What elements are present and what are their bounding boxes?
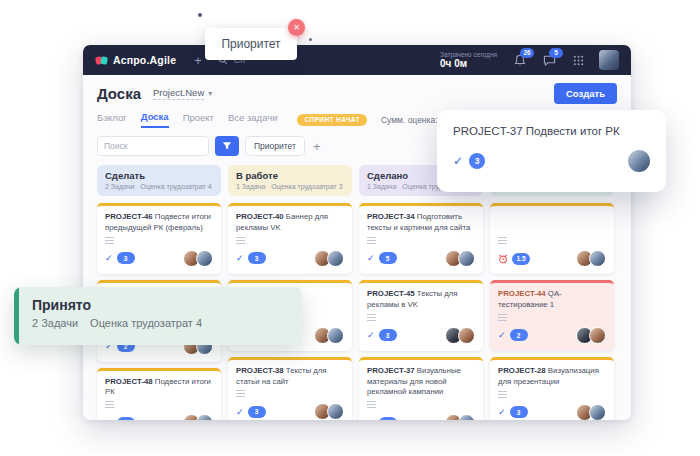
- assignee-avatars: [318, 327, 344, 344]
- filter-button[interactable]: [215, 136, 239, 156]
- description-icon: [236, 390, 245, 397]
- tab-project[interactable]: Проект: [183, 112, 214, 127]
- card-list: PROJECT-34 Подготовить тексты и картинки…: [359, 203, 483, 420]
- task-card[interactable]: PROJECT-45 Тексты для рекламы в VK✓3: [359, 280, 483, 351]
- check-icon: ✓: [498, 407, 506, 417]
- funnel-icon: [222, 139, 232, 154]
- task-card-title: PROJECT-46 Подвести итоги предыдущей РК …: [105, 212, 213, 234]
- task-card[interactable]: PROJECT-38 Тексты для статьи на сайт✓3: [228, 357, 352, 420]
- close-icon[interactable]: ✕: [288, 19, 305, 36]
- task-card-footer: 1.5: [498, 250, 606, 267]
- description-icon: [236, 237, 245, 244]
- accepted-subtitle: 2 Задачи Оценка трудозатрат 4: [32, 317, 302, 329]
- task-card[interactable]: 1.5: [490, 203, 614, 274]
- task-card[interactable]: PROJECT-34 Подготовить тексты и картинки…: [359, 203, 483, 274]
- kanban-column: Принято2 ЗадачиОценка трудозатрат 41.5PR…: [490, 165, 614, 420]
- notifications-button[interactable]: 26: [512, 52, 528, 68]
- avatar[interactable]: [589, 327, 606, 344]
- assignee-avatars: [449, 327, 475, 344]
- app-logo[interactable]: Аспро.Agile: [95, 54, 176, 67]
- column-task-count: 2 Задачи: [105, 183, 134, 190]
- task-card[interactable]: PROJECT-28 Визуализация для презентации✓…: [490, 357, 614, 420]
- avatar[interactable]: [458, 327, 475, 344]
- assignee-avatars: [318, 403, 344, 420]
- assignee-avatars: [449, 250, 475, 267]
- task-card-footer: ✓1: [105, 414, 213, 420]
- app-name: Аспро.Agile: [113, 54, 176, 66]
- card-list: 1.5PROJECT-44 QA-тестирование 1✓2PROJECT…: [490, 203, 614, 420]
- task-card-title: PROJECT-37 Визуальные материалы для ново…: [367, 366, 475, 399]
- task-card[interactable]: PROJECT-46 Подвести итоги предыдущей РК …: [97, 203, 221, 274]
- task-card[interactable]: PROJECT-48 Подвести итоги РК✓1: [97, 368, 221, 420]
- popup-footer: ✓ 3: [453, 150, 650, 172]
- task-id: PROJECT-37: [367, 366, 415, 375]
- description-icon: [498, 237, 507, 244]
- check-icon: ✓: [367, 418, 375, 420]
- page-title: Доска: [97, 85, 141, 102]
- user-avatar[interactable]: [599, 50, 619, 70]
- accepted-column-card: Принято 2 Задачи Оценка трудозатрат 4: [14, 287, 302, 345]
- project-selector[interactable]: Project.New ▾: [153, 87, 212, 100]
- task-id: PROJECT-28: [498, 366, 546, 375]
- task-card-footer: ✓3: [498, 404, 606, 420]
- popup-task-title: PROJECT-37 Подвести итог РК: [453, 125, 650, 137]
- tab-all-tasks[interactable]: Все задачи: [228, 112, 278, 127]
- avatar[interactable]: [589, 404, 606, 420]
- avatar[interactable]: [327, 250, 344, 267]
- task-preview-popup[interactable]: PROJECT-37 Подвести итог РК ✓ 3: [437, 110, 666, 192]
- column-estimate: Оценка трудозатрат 3: [271, 183, 342, 190]
- estimate-badge: 1: [117, 417, 135, 420]
- tab-backlog[interactable]: Бэклог: [97, 112, 127, 127]
- task-id: PROJECT-46: [105, 212, 153, 221]
- avatar[interactable]: [327, 403, 344, 420]
- task-card-title: PROJECT-44 QA-тестирование 1: [498, 289, 606, 311]
- add-filter-icon[interactable]: +: [313, 139, 321, 154]
- task-card-title: PROJECT-45 Тексты для рекламы в VK: [367, 289, 475, 311]
- messages-button[interactable]: 5: [541, 52, 557, 68]
- task-card[interactable]: PROJECT-37 Визуальные материалы для ново…: [359, 357, 483, 420]
- check-icon: ✓: [105, 418, 113, 420]
- estimate-badge: 3: [379, 417, 397, 420]
- add-icon[interactable]: +: [194, 53, 202, 68]
- assignee-avatars: [318, 250, 344, 267]
- kanban-column: Сделано1 ЗадачаОценка трудозатратPROJECT…: [359, 165, 483, 420]
- avatar[interactable]: [458, 250, 475, 267]
- check-icon: ✓: [367, 253, 375, 263]
- task-card[interactable]: PROJECT-40 Баннер для рекламы VK✓3: [228, 203, 352, 274]
- avatar[interactable]: [589, 250, 606, 267]
- time-tracker[interactable]: Затрачено сегодня 0ч 0м: [440, 51, 497, 69]
- avatar[interactable]: [196, 414, 213, 420]
- avatar[interactable]: [327, 327, 344, 344]
- assignee-avatars: [449, 414, 475, 420]
- top-bar: Аспро.Agile + Сп Затрачено сегодня 0ч 0м…: [83, 45, 631, 75]
- task-card[interactable]: PROJECT-44 QA-тестирование 1✓2: [490, 280, 614, 351]
- description-icon: [498, 391, 507, 398]
- task-card-title: PROJECT-28 Визуализация для презентации: [498, 366, 606, 388]
- sprint-status-badge: СПРИНТ НАЧАТ: [297, 114, 366, 126]
- task-card-footer: ✓3: [367, 327, 475, 344]
- task-id: PROJECT-40: [236, 212, 284, 221]
- popup-avatar: [628, 150, 650, 172]
- apps-grid-icon[interactable]: [570, 52, 586, 68]
- accepted-tasks: 2 Задачи: [32, 317, 78, 329]
- app-window: Аспро.Agile + Сп Затрачено сегодня 0ч 0м…: [83, 45, 631, 420]
- task-id: PROJECT-45: [367, 289, 415, 298]
- avatar[interactable]: [458, 414, 475, 420]
- estimate-badge: 3: [510, 406, 528, 418]
- task-card-footer: ✓3: [105, 250, 213, 267]
- description-icon: [105, 237, 114, 244]
- notifications-badge: 26: [520, 48, 534, 58]
- column-header[interactable]: Сделать2 ЗадачиОценка трудозатрат 4: [97, 165, 221, 196]
- search-input[interactable]: [97, 136, 209, 156]
- estimate-badge: 3: [379, 329, 397, 341]
- filter-chip-priority[interactable]: Приоритет: [245, 136, 305, 156]
- check-icon: ✓: [498, 330, 506, 340]
- avatar[interactable]: [196, 250, 213, 267]
- tab-board[interactable]: Доска: [141, 111, 169, 128]
- task-card-title: [498, 212, 606, 234]
- column-header[interactable]: В работе1 ЗадачаОценка трудозатрат 3: [228, 165, 352, 196]
- chevron-down-icon: ▾: [208, 89, 212, 98]
- task-card-title: PROJECT-38 Тексты для статьи на сайт: [236, 366, 344, 388]
- create-button[interactable]: Создать: [554, 83, 617, 104]
- column-title: В работе: [236, 170, 344, 181]
